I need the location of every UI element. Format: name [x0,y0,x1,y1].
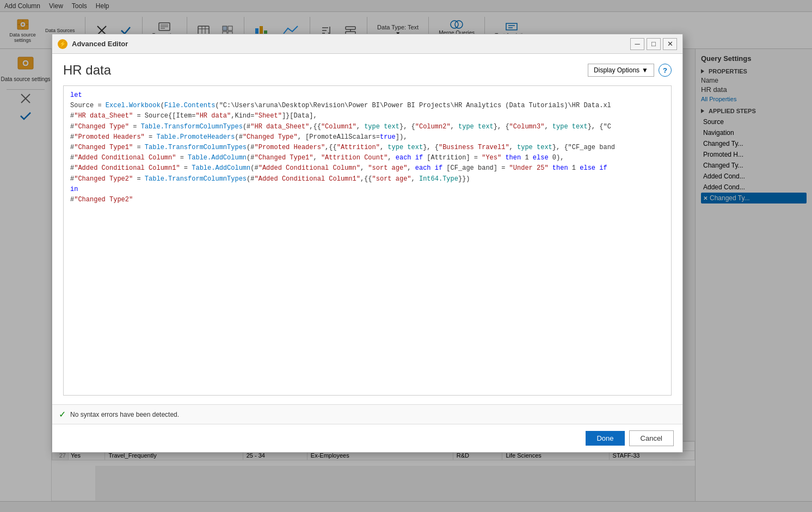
dialog-close-button[interactable]: ✕ [663,38,677,50]
code-line: #"Changed Type1" = Table.TransformColumn… [70,143,665,153]
code-line: #"Changed Type2" [70,195,665,205]
dialog-title-text: Advanced Editor [72,40,128,48]
code-line: #"HR data_Sheet" = Source{[Item="HR data… [70,111,665,121]
code-line: #"Added Conditional Column1" = Table.Add… [70,163,665,174]
dialog-heading-row: HR data Display Options ▼ ? [63,63,672,78]
code-line: #"Changed Type2" = Table.TransformColumn… [70,174,665,184]
code-line: #"Promoted Headers" = Table.PromoteHeade… [70,132,665,143]
check-icon: ✓ [59,409,66,420]
code-line: #"Changed Type" = Table.TransformColumnT… [70,122,665,132]
dialog-heading-actions: Display Options ▼ ? [588,64,672,77]
code-line: Source = Excel.Workbook(File.Contents("C… [70,101,665,111]
status-text: No syntax errors have been detected. [70,411,179,418]
dialog-body: HR data Display Options ▼ ? let Source =… [52,54,682,404]
code-line: in [70,184,665,195]
code-line: let [70,90,665,101]
display-options-button[interactable]: Display Options ▼ [588,64,654,77]
dialog-maximize-button[interactable]: □ [647,38,661,50]
dialog-icon: ⚡ [58,39,67,49]
dialog-controls: ─ □ ✕ [630,38,677,50]
dialog-heading: HR data [63,63,111,78]
dialog-titlebar: ⚡ Advanced Editor ─ □ ✕ [52,34,682,54]
code-line: #"Added Conditional Column" = Table.AddC… [70,153,665,163]
dialog-footer: Done Cancel [52,424,682,452]
dialog-title-left: ⚡ Advanced Editor [58,39,128,49]
advanced-editor-dialog: ⚡ Advanced Editor ─ □ ✕ HR data Display … [52,34,683,453]
cancel-button[interactable]: Cancel [629,430,674,446]
help-button[interactable]: ? [659,64,672,77]
status-bar: ✓ No syntax errors have been detected. [52,404,682,424]
dialog-minimize-button[interactable]: ─ [630,38,644,50]
code-editor[interactable]: let Source = Excel.Workbook(File.Content… [63,85,672,396]
done-button[interactable]: Done [586,431,624,446]
